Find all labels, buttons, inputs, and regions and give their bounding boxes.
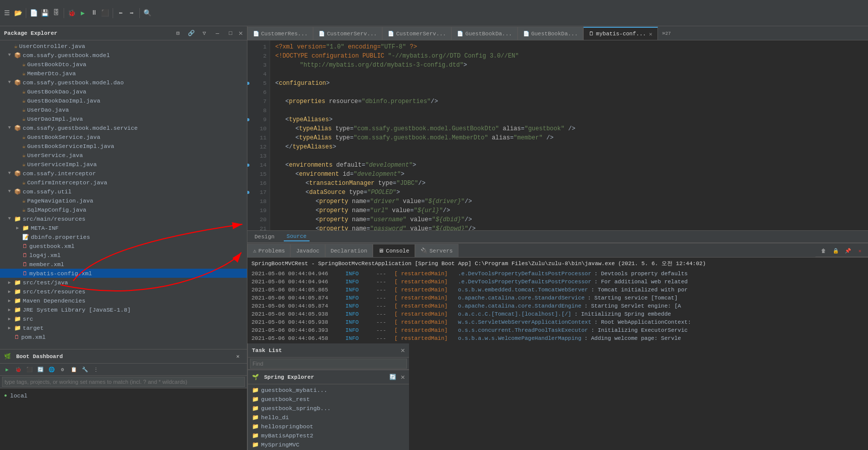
tree-item-pkg-service[interactable]: ▼ 📦 com.ssafy.guestbook.model.service bbox=[0, 123, 247, 132]
bd-config-btn[interactable]: ⚙ bbox=[58, 365, 68, 375]
tree-item-member-xml[interactable]: 🗒 member.xml bbox=[0, 260, 247, 269]
tab-customerserv2[interactable]: 📄 CustomerServ... bbox=[382, 27, 451, 40]
bd-open-btn[interactable]: 🌐 bbox=[46, 365, 57, 375]
bd-run-btn[interactable]: ▶ bbox=[2, 365, 12, 375]
tree-item-src-test-resources[interactable]: ▶ 📁 src/test/resources bbox=[0, 287, 247, 296]
bd-log-btn[interactable]: 📋 bbox=[69, 365, 79, 375]
collapse-all-btn[interactable]: ⊟ bbox=[173, 28, 183, 38]
spring-explorer-close[interactable]: ✕ bbox=[401, 373, 405, 381]
tree-item-usercontroller[interactable]: ☕ UserController.java bbox=[0, 41, 247, 51]
console-close-btn[interactable]: ✕ bbox=[855, 246, 865, 256]
tab-guestbookda2[interactable]: 📄 GuestBookDa... bbox=[518, 27, 583, 40]
toolbar-run[interactable]: ▶ bbox=[78, 8, 88, 18]
design-tab[interactable]: Design bbox=[251, 233, 278, 241]
tree-item-userservice[interactable]: ☕ UserService.java bbox=[0, 151, 247, 160]
tree-item-userserviceimpl[interactable]: ☕ UserServiceImpl.java bbox=[0, 160, 247, 169]
tab-javadoc[interactable]: Javadoc bbox=[290, 244, 325, 257]
task-search-container bbox=[248, 358, 409, 370]
bd-stop-btn[interactable]: ⬛ bbox=[24, 365, 34, 375]
toolbar-icon-2[interactable]: 📂 bbox=[13, 8, 23, 18]
spring-item-guestbook-rest[interactable]: 📁 guestbook_rest bbox=[248, 394, 409, 404]
tab-problems[interactable]: ⚠ Problems bbox=[247, 244, 290, 257]
tree-item-jre[interactable]: ▶ 📁 JRE System Library [JavaSE-1.8] bbox=[0, 305, 247, 314]
tree-item-dbinfo-properties[interactable]: 📝 dbinfo.properties bbox=[0, 232, 247, 241]
tree-item-pom-xml[interactable]: 🗒 pom.xml bbox=[0, 332, 247, 341]
tree-item-confirminterceptor[interactable]: ☕ ConfirmInterceptor.java bbox=[0, 178, 247, 187]
bd-debug-btn[interactable]: 🐞 bbox=[13, 365, 23, 375]
source-tab[interactable]: Source bbox=[284, 232, 310, 241]
toolbar-stop[interactable]: ⬛ bbox=[100, 8, 110, 18]
tree-item-memberdto[interactable]: ☕ MemberDto.java bbox=[0, 69, 247, 78]
toolbar-debug[interactable]: 🐞 bbox=[67, 8, 77, 18]
tree-item-guestbookservice[interactable]: ☕ GuestBookService.java bbox=[0, 132, 247, 141]
tab-console[interactable]: 🖥 Console bbox=[373, 244, 415, 257]
spring-item-myspringmvc[interactable]: 📁 MySpringMVC bbox=[248, 440, 409, 449]
tree-item-sqlmapconfig[interactable]: ☕ SqlMapConfig.java bbox=[0, 205, 247, 214]
tree-item-pagenavigation[interactable]: ☕ PageNavigation.java bbox=[0, 196, 247, 205]
boot-dash-close[interactable]: ✕ bbox=[233, 352, 243, 362]
tree-item-mybatis-config[interactable]: 🗒 mybatis-config.xml bbox=[0, 269, 247, 278]
task-search-input[interactable] bbox=[250, 359, 407, 369]
tree-item-guestbookdto[interactable]: ☕ GuestBookDto.java bbox=[0, 60, 247, 69]
main-toolbar: ☰ 📂 📄 💾 🗄 🐞 ▶ ⏸ ⬛ ⬅ ➡ 🔍 bbox=[0, 0, 868, 26]
spring-item-guestbook-springb[interactable]: 📁 guestbook_springb... bbox=[248, 404, 409, 413]
explorer-max[interactable]: □ bbox=[226, 28, 236, 38]
tree-item-src[interactable]: ▶ 📁 src bbox=[0, 314, 247, 323]
link-editor-btn[interactable]: 🔗 bbox=[186, 28, 196, 38]
tree-item-pkg-dao[interactable]: ▼ 📦 com.ssafy.guestbook.model.dao bbox=[0, 78, 247, 87]
tree-item-guestbook-xml[interactable]: 🗒 guestbook.xml bbox=[0, 241, 247, 251]
toolbar-save[interactable]: 💾 bbox=[40, 8, 50, 18]
code-text-area[interactable]: <?xml version="1.0" encoding="UTF-8" ?> … bbox=[270, 40, 868, 230]
toolbar-pause[interactable]: ⏸ bbox=[89, 8, 99, 18]
tree-item-pkg-model[interactable]: ▼ 📦 com.ssafy.guestbook.model bbox=[0, 51, 247, 60]
package-explorer-header: Package Explorer ⊟ 🔗 ▽ — □ ✕ bbox=[0, 26, 247, 40]
bd-prefs-btn[interactable]: 🔧 bbox=[80, 365, 90, 375]
tree-item-userdao[interactable]: ☕ UserDao.java bbox=[0, 105, 247, 114]
tree-item-meta-inf[interactable]: ▶ 📁 META-INF bbox=[0, 223, 247, 232]
xml-icon: 🗒 bbox=[22, 261, 28, 268]
tree-item-maven-deps[interactable]: ▶ 📁 Maven Dependencies bbox=[0, 296, 247, 305]
explorer-close-btn[interactable]: ✕ bbox=[239, 29, 243, 37]
tree-item-pkg-util[interactable]: ▼ 📦 com.ssafy.util bbox=[0, 187, 247, 196]
tab-declaration[interactable]: Declaration bbox=[325, 244, 373, 257]
tree-item-guestbookserviceimpl[interactable]: ☕ GuestBookServiceImpl.java bbox=[0, 141, 247, 151]
spring-item-hellospringboot[interactable]: 📁 hellospringboot bbox=[248, 422, 409, 431]
toolbar-back[interactable]: ⬅ bbox=[116, 8, 126, 18]
toolbar-save-all[interactable]: 🗄 bbox=[51, 8, 61, 18]
tree-item-src-resources[interactable]: ▼ 📁 src/main/resources bbox=[0, 214, 247, 223]
tree-item-guestbookdao[interactable]: ☕ GuestBookDao.java bbox=[0, 87, 247, 96]
toolbar-new[interactable]: 📄 bbox=[29, 8, 39, 18]
spring-item-mybatis-apptest2[interactable]: 📁 myBatisAppTest2 bbox=[248, 431, 409, 440]
tab-servers[interactable]: 🔌 Servers bbox=[415, 244, 458, 257]
boot-local-item[interactable]: ● local bbox=[0, 390, 247, 401]
explorer-min[interactable]: — bbox=[213, 28, 223, 38]
tree-item-guestbookdaoimpl[interactable]: ☕ GuestBookDaoImpl.java bbox=[0, 96, 247, 105]
toolbar-search[interactable]: 🔍 bbox=[142, 8, 152, 18]
task-list-close[interactable]: ✕ bbox=[401, 346, 405, 355]
console-clear-btn[interactable]: 🗑 bbox=[819, 246, 829, 256]
tree-item-pkg-interceptor[interactable]: ▼ 📦 com.ssafy.interceptor bbox=[0, 169, 247, 178]
bd-refresh-btn[interactable]: 🔄 bbox=[35, 365, 45, 375]
console-scroll-lock-btn[interactable]: 🔒 bbox=[831, 246, 841, 256]
tab-customerserv1[interactable]: 📄 CustomerServ... bbox=[313, 27, 382, 40]
tab-customerres[interactable]: 📄 CustomerRes... bbox=[247, 27, 313, 40]
spring-item-guestbook-mybatis[interactable]: 📁 guestbook_mybati... bbox=[248, 385, 409, 394]
spring-item-hello-di[interactable]: 📁 hello_di bbox=[248, 413, 409, 422]
tree-item-userdaoimpl[interactable]: ☕ UserDaoImpl.java bbox=[0, 114, 247, 123]
tree-item-log4j-xml[interactable]: 🗒 log4j.xml bbox=[0, 251, 247, 260]
tree-item-target[interactable]: ▶ 📁 target bbox=[0, 323, 247, 332]
tab-close-btn[interactable]: ✕ bbox=[649, 31, 652, 37]
console-pin-btn[interactable]: 📌 bbox=[843, 246, 853, 256]
tab-overflow-btn[interactable]: »27 bbox=[658, 27, 675, 40]
tree-item-src-test-java[interactable]: ▶ 📁 src/test/java bbox=[0, 278, 247, 287]
tab-mybatis-config[interactable]: 🗒 mybatis-conf... ✕ bbox=[583, 27, 658, 40]
spring-refresh-btn[interactable]: 🔄 bbox=[388, 372, 398, 382]
bd-more-btn[interactable]: ⋮ bbox=[91, 365, 101, 375]
log-line-8: 2021-05-06 00:44:06.393 INFO --- [ resta… bbox=[251, 326, 864, 334]
toolbar-icon-1[interactable]: ☰ bbox=[2, 8, 12, 18]
toolbar-forward[interactable]: ➡ bbox=[127, 8, 137, 18]
boot-search-input[interactable] bbox=[2, 377, 245, 387]
explorer-view-menu[interactable]: ▽ bbox=[199, 28, 210, 38]
tab-guestbookda1[interactable]: 📄 GuestBookDa... bbox=[451, 27, 517, 40]
ln-5: 5 bbox=[247, 79, 267, 88]
